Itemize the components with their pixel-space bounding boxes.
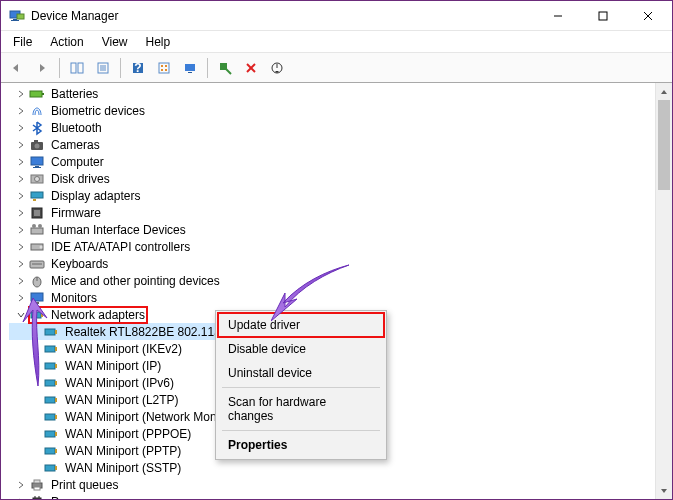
- menu-action[interactable]: Action: [42, 33, 91, 51]
- tree-label: Disk drives: [49, 172, 112, 186]
- context-menu: Update driver Disable device Uninstall d…: [215, 310, 387, 460]
- tree-label: Display adapters: [49, 189, 142, 203]
- ctx-scan-hardware[interactable]: Scan for hardware changes: [218, 390, 384, 428]
- tree-node-batteries[interactable]: Batteries: [9, 85, 655, 102]
- tree-label: WAN Miniport (SSTP): [63, 461, 183, 475]
- chevron-right-icon[interactable]: [15, 292, 27, 304]
- network-adapter-icon: [43, 409, 59, 425]
- app-icon: [9, 8, 25, 24]
- scroll-up-button[interactable]: [656, 83, 672, 100]
- ctx-disable-device[interactable]: Disable device: [218, 337, 384, 361]
- tree-label: Mice and other pointing devices: [49, 274, 222, 288]
- help-button[interactable]: ?: [127, 57, 149, 79]
- tree-node-mice[interactable]: Mice and other pointing devices: [9, 272, 655, 289]
- action-button[interactable]: [153, 57, 175, 79]
- menu-help[interactable]: Help: [138, 33, 179, 51]
- network-adapter-icon: [43, 460, 59, 476]
- tree-node-print-queues[interactable]: Print queues: [9, 476, 655, 493]
- tree-node-hid[interactable]: Human Interface Devices: [9, 221, 655, 238]
- back-button[interactable]: [5, 57, 27, 79]
- chevron-right-icon[interactable]: [15, 479, 27, 491]
- ctx-separator: [222, 387, 380, 388]
- svg-rect-51: [35, 302, 39, 304]
- tree-node-wan-sstp[interactable]: WAN Miniport (SSTP): [9, 459, 655, 476]
- svg-rect-33: [35, 166, 39, 167]
- tree-node-realtek-adapter[interactable]: Realtek RTL8822BE 802.11ac PCIe Adapter: [9, 323, 216, 340]
- update-driver-button[interactable]: [214, 57, 236, 79]
- tree-label: Firmware: [49, 206, 103, 220]
- scan-hardware-button[interactable]: [179, 57, 201, 79]
- disk-icon: [29, 171, 45, 187]
- disable-device-button[interactable]: [266, 57, 288, 79]
- tree-node-computer[interactable]: Computer: [9, 153, 655, 170]
- svg-rect-60: [45, 380, 55, 386]
- device-tree[interactable]: Batteries Biometric devices Bluetooth Ca…: [1, 83, 655, 499]
- tree-label: Network adapters: [49, 308, 147, 322]
- tree-node-biometric[interactable]: Biometric devices: [9, 102, 655, 119]
- tree-node-keyboards[interactable]: Keyboards: [9, 255, 655, 272]
- svg-rect-55: [55, 330, 57, 334]
- maximize-button[interactable]: [580, 1, 625, 30]
- tree-label: Keyboards: [49, 257, 110, 271]
- chevron-right-icon[interactable]: [15, 258, 27, 270]
- scrollbar-thumb[interactable]: [658, 100, 670, 190]
- svg-rect-73: [34, 480, 40, 483]
- chevron-right-icon[interactable]: [15, 224, 27, 236]
- svg-rect-61: [55, 381, 57, 385]
- ctx-update-driver[interactable]: Update driver: [218, 313, 384, 337]
- chevron-right-icon[interactable]: [15, 275, 27, 287]
- tree-node-firmware[interactable]: Firmware: [9, 204, 655, 221]
- svg-rect-8: [71, 63, 76, 73]
- tree-label: Monitors: [49, 291, 99, 305]
- network-adapter-icon: [43, 392, 59, 408]
- chevron-right-icon[interactable]: [15, 122, 27, 134]
- svg-point-45: [40, 245, 43, 248]
- chevron-right-icon[interactable]: [15, 241, 27, 253]
- tree-node-wan-netmon[interactable]: WAN Miniport (Network Monitor): [9, 408, 216, 425]
- tree-node-cameras[interactable]: Cameras: [9, 136, 655, 153]
- chevron-right-icon[interactable]: [15, 156, 27, 168]
- scrollbar-track[interactable]: [656, 100, 672, 482]
- network-adapter-icon: [29, 307, 45, 323]
- tree-node-disk[interactable]: Disk drives: [9, 170, 655, 187]
- chevron-right-icon[interactable]: [15, 105, 27, 117]
- properties-button[interactable]: [92, 57, 114, 79]
- chevron-right-icon[interactable]: [15, 190, 27, 202]
- tree-label: WAN Miniport (PPPOE): [63, 427, 193, 441]
- close-button[interactable]: [625, 1, 670, 30]
- chevron-right-icon[interactable]: [15, 139, 27, 151]
- tree-label: Cameras: [49, 138, 102, 152]
- show-hide-console-tree-button[interactable]: [66, 57, 88, 79]
- chevron-right-icon[interactable]: [15, 173, 27, 185]
- tree-node-ide[interactable]: IDE ATA/ATAPI controllers: [9, 238, 655, 255]
- svg-rect-41: [31, 228, 43, 234]
- svg-rect-53: [41, 313, 43, 317]
- uninstall-device-button[interactable]: [240, 57, 262, 79]
- forward-button[interactable]: [31, 57, 53, 79]
- ctx-properties[interactable]: Properties: [218, 433, 384, 457]
- tree-node-bluetooth[interactable]: Bluetooth: [9, 119, 655, 136]
- tree-node-processors[interactable]: Processors: [9, 493, 655, 499]
- camera-icon: [29, 137, 45, 153]
- chevron-right-icon[interactable]: [15, 88, 27, 100]
- ctx-uninstall-device[interactable]: Uninstall device: [218, 361, 384, 385]
- scroll-down-button[interactable]: [656, 482, 672, 499]
- vertical-scrollbar[interactable]: [655, 83, 672, 499]
- chevron-down-icon[interactable]: [15, 309, 27, 321]
- chevron-right-icon[interactable]: [15, 496, 27, 500]
- svg-rect-9: [78, 63, 83, 73]
- network-adapter-icon: [43, 324, 59, 340]
- svg-rect-59: [55, 364, 57, 368]
- svg-rect-5: [599, 12, 607, 20]
- chevron-right-icon[interactable]: [15, 207, 27, 219]
- hid-icon: [29, 222, 45, 238]
- svg-rect-57: [55, 347, 57, 351]
- processor-icon: [29, 494, 45, 500]
- menu-file[interactable]: File: [5, 33, 40, 51]
- svg-rect-70: [45, 465, 55, 471]
- minimize-button[interactable]: [535, 1, 580, 30]
- svg-rect-21: [185, 64, 195, 71]
- menu-view[interactable]: View: [94, 33, 136, 51]
- tree-node-monitors[interactable]: Monitors: [9, 289, 655, 306]
- tree-node-display[interactable]: Display adapters: [9, 187, 655, 204]
